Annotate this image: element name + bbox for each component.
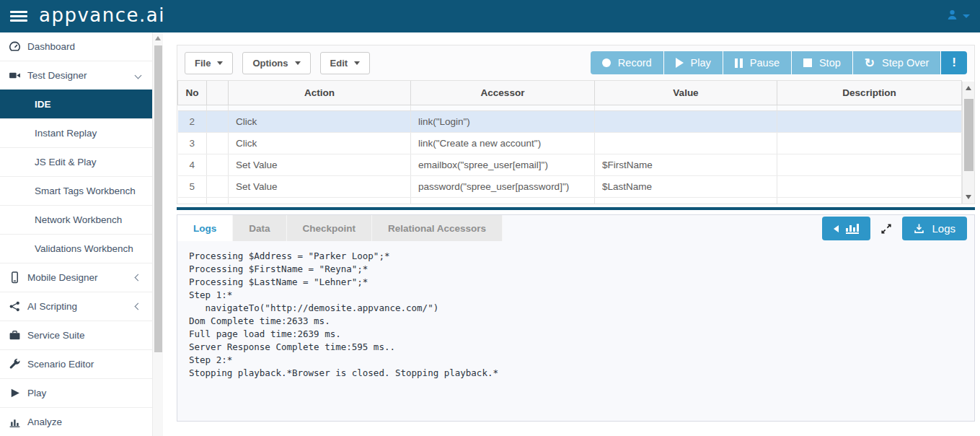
caret-down-icon: [354, 61, 360, 65]
app-logo[interactable]: appvance.ai: [39, 6, 165, 27]
table-header-row: No Action Accessor Value Description: [178, 81, 962, 105]
play-icon: [9, 387, 21, 399]
sidebar-item-validations-workbench[interactable]: Validations Workbench: [0, 234, 152, 263]
sidebar-item-label: Instant Replay: [35, 128, 97, 139]
table-row[interactable]: 4 Set Value emailbox("spree_user[email]"…: [178, 154, 962, 175]
briefcase-icon: [9, 329, 21, 341]
sidebar-item-ai-scripting[interactable]: AI Scripting: [0, 292, 152, 321]
play-button[interactable]: Play: [664, 51, 723, 74]
pause-button[interactable]: Pause: [723, 51, 792, 74]
table-row-partial[interactable]: [178, 105, 962, 110]
sidebar-item-label: AI Scripting: [27, 301, 77, 312]
cell-select: [207, 132, 229, 154]
cell-accessor: link("Create a new account"): [411, 132, 595, 154]
caret-down-icon: [963, 14, 970, 18]
step-over-button[interactable]: ↻ Step Over: [853, 51, 942, 74]
panel-actions: Logs: [822, 215, 974, 240]
cell-value: [595, 110, 777, 132]
table-scroll-thumb[interactable]: [964, 99, 974, 171]
scroll-up-icon[interactable]: [966, 86, 971, 90]
sidebar-item-label: Scenario Editor: [27, 359, 94, 370]
sidebar-item-label: Mobile Designer: [27, 272, 98, 283]
tab-checkpoint[interactable]: Checkpoint: [287, 215, 373, 241]
caret-down-icon: [217, 61, 223, 65]
video-camera-icon: [9, 69, 21, 82]
cell-value: $FirstName: [595, 154, 777, 175]
sidebar: Dashboard Test Designer IDE Instant Repl…: [0, 32, 152, 436]
log-output: Processing $Address = "Parker Loop";* Pr…: [177, 241, 974, 388]
column-header-description: Description: [777, 81, 962, 105]
sidebar-item-dashboard[interactable]: Dashboard: [0, 32, 152, 61]
table-scrollbar[interactable]: [962, 82, 974, 204]
edit-menu-label: Edit: [330, 58, 348, 69]
ide-panel: File Options Edit Record: [177, 45, 975, 204]
alert-button[interactable]: !: [941, 51, 967, 74]
file-menu-button[interactable]: File: [185, 52, 233, 74]
cell-select: [207, 175, 229, 197]
panel-divider: [177, 207, 975, 210]
cell-description: [777, 132, 962, 154]
sidebar-item-label: IDE: [35, 99, 51, 110]
cell-action: Set Value: [229, 175, 411, 197]
cell-accessor: emailbox("spree_user[email]"): [411, 154, 595, 175]
sidebar-item-analyze[interactable]: Analyze: [0, 407, 152, 436]
chart-panel-toggle-button[interactable]: [822, 217, 870, 240]
sidebar-scroll-thumb[interactable]: [154, 45, 162, 352]
tab-relational-accessors[interactable]: Relational Accessors: [372, 215, 503, 241]
sidebar-item-scenario-editor[interactable]: Scenario Editor: [0, 349, 152, 378]
cell-accessor: link("Login"): [411, 110, 595, 132]
download-logs-button[interactable]: Logs: [902, 217, 967, 240]
stop-icon: [803, 58, 812, 67]
table-row[interactable]: 2 Click link("Login"): [178, 110, 962, 132]
pause-icon: [735, 58, 743, 68]
download-icon: [914, 223, 924, 234]
options-menu-button[interactable]: Options: [242, 52, 310, 74]
edit-menu-button[interactable]: Edit: [320, 52, 371, 74]
mobile-phone-icon: [9, 271, 21, 284]
scroll-down-icon[interactable]: [966, 195, 971, 199]
sidebar-item-label: Validations Workbench: [35, 243, 133, 254]
bar-chart-icon: [846, 224, 859, 234]
sidebar-item-play[interactable]: Play: [0, 378, 152, 407]
sidebar-scrollbar[interactable]: [152, 32, 163, 436]
cell-description: [777, 175, 962, 197]
table-row[interactable]: 5 Set Value password("spree_user[passwor…: [178, 175, 962, 197]
sidebar-item-label: Network Workbench: [35, 214, 122, 225]
column-header-value: Value: [595, 81, 777, 105]
user-menu[interactable]: [946, 9, 970, 24]
wrench-icon: [9, 358, 21, 370]
sidebar-item-js-edit-play[interactable]: JS Edit & Play: [0, 147, 152, 176]
sidebar-item-service-suite[interactable]: Service Suite: [0, 321, 152, 349]
sidebar-item-label: Smart Tags Workbench: [35, 186, 136, 196]
sidebar-item-network-workbench[interactable]: Network Workbench: [0, 205, 152, 234]
record-button[interactable]: Record: [591, 51, 664, 74]
header-bar: appvance.ai: [0, 0, 980, 32]
sidebar-item-label: Analyze: [27, 417, 62, 427]
sidebar-item-smart-tags-workbench[interactable]: Smart Tags Workbench: [0, 176, 152, 205]
chevron-left-icon: [135, 274, 142, 282]
hamburger-icon[interactable]: [10, 9, 27, 24]
table-row-partial[interactable]: [178, 197, 962, 204]
table-row[interactable]: 3 Click link("Create a new account"): [178, 132, 962, 154]
steps-table: No Action Accessor Value Description 2: [177, 80, 962, 204]
sidebar-item-mobile-designer[interactable]: Mobile Designer: [0, 263, 152, 292]
sidebar-item-label: Dashboard: [27, 41, 75, 52]
step-over-icon: ↻: [865, 57, 875, 69]
sidebar-item-instant-replay[interactable]: Instant Replay: [0, 118, 152, 147]
playback-controls: Record Play Pause Stop ↻: [591, 51, 967, 74]
column-header-select: [207, 81, 229, 105]
expand-diagonal-icon[interactable]: [880, 223, 892, 235]
sidebar-item-test-designer[interactable]: Test Designer: [0, 61, 152, 90]
scroll-up-icon[interactable]: [155, 36, 161, 40]
caret-left-icon: [834, 225, 839, 232]
record-icon: [602, 58, 611, 67]
bar-chart-icon: [9, 416, 21, 428]
sidebar-item-label: Test Designer: [27, 70, 87, 81]
tab-bar: Logs Data Checkpoint Relational Accessor…: [177, 215, 974, 241]
stop-button[interactable]: Stop: [792, 51, 853, 74]
tab-logs[interactable]: Logs: [177, 215, 233, 241]
share-nodes-icon: [9, 300, 21, 313]
cell-description: [777, 154, 962, 175]
tab-data[interactable]: Data: [233, 215, 286, 241]
sidebar-item-ide[interactable]: IDE: [0, 90, 152, 118]
